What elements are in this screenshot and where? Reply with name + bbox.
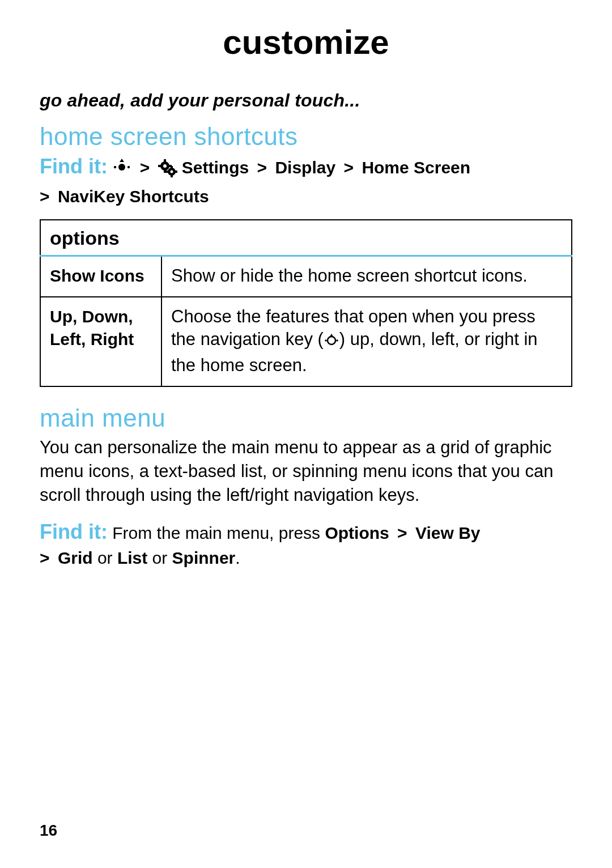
path-or: or: [93, 548, 117, 567]
findit-path-2: Find it: From the main menu, press Optio…: [40, 520, 572, 571]
section-heading-home-shortcuts: home screen shortcuts: [40, 122, 572, 151]
findit-label: Find it:: [40, 155, 108, 178]
svg-marker-1: [120, 159, 124, 162]
findit-path-1: Find it: > Set: [40, 154, 572, 209]
svg-point-0: [118, 164, 125, 171]
nav-key-ring-icon: [324, 331, 339, 354]
svg-rect-15: [175, 171, 177, 173]
findit-lead: From the main menu, press: [112, 524, 325, 542]
option-label-directions: Up, Down, Left, Right: [40, 297, 162, 386]
path-view-by: View By: [415, 524, 481, 542]
options-table-header: options: [40, 220, 572, 256]
path-grid: Grid: [58, 548, 93, 567]
path-home-screen: Home Screen: [362, 158, 470, 177]
svg-point-2: [114, 166, 116, 168]
svg-rect-12: [171, 166, 173, 168]
path-or: or: [147, 548, 172, 567]
table-row: Up, Down, Left, Right Choose the feature…: [40, 297, 572, 386]
path-spinner: Spinner: [172, 548, 236, 567]
path-navikey-shortcuts: NaviKey Shortcuts: [58, 187, 209, 206]
path-display: Display: [275, 158, 335, 177]
path-options: Options: [325, 524, 389, 542]
page-title: customize: [40, 23, 572, 62]
svg-rect-6: [164, 159, 166, 162]
svg-point-19: [336, 339, 338, 342]
page-number: 16: [40, 822, 57, 840]
svg-point-18: [325, 339, 327, 342]
findit-label: Find it:: [40, 520, 108, 543]
main-menu-paragraph: You can personalize the main menu to app…: [40, 436, 572, 507]
path-list: List: [117, 548, 147, 567]
path-sep: >: [394, 524, 411, 542]
settings-gear-icon: [158, 158, 177, 184]
path-sep: >: [254, 158, 271, 177]
path-sep: >: [40, 187, 53, 206]
option-desc: Choose the features that open when you p…: [162, 297, 572, 386]
path-sep: >: [341, 158, 358, 177]
svg-point-16: [328, 337, 335, 344]
svg-point-3: [128, 166, 130, 168]
svg-point-5: [163, 164, 167, 168]
svg-rect-14: [166, 171, 168, 173]
page-subtitle: go ahead, add your personal touch...: [40, 90, 572, 111]
table-row: Show Icons Show or hide the home screen …: [40, 256, 572, 297]
svg-marker-17: [330, 334, 333, 337]
svg-rect-8: [158, 165, 161, 167]
path-sep: >: [40, 548, 53, 567]
path-settings: Settings: [182, 158, 249, 177]
svg-rect-13: [171, 175, 173, 177]
option-desc: Show or hide the home screen shortcut ic…: [162, 256, 572, 297]
section-heading-main-menu: main menu: [40, 404, 572, 432]
svg-point-11: [170, 171, 173, 173]
option-label-show-icons: Show Icons: [40, 256, 162, 297]
svg-rect-7: [164, 170, 166, 173]
nav-key-center-icon: [112, 158, 131, 184]
path-sep: >: [137, 158, 154, 177]
path-period: .: [235, 548, 240, 567]
options-table: options Show Icons Show or hide the home…: [40, 219, 572, 387]
